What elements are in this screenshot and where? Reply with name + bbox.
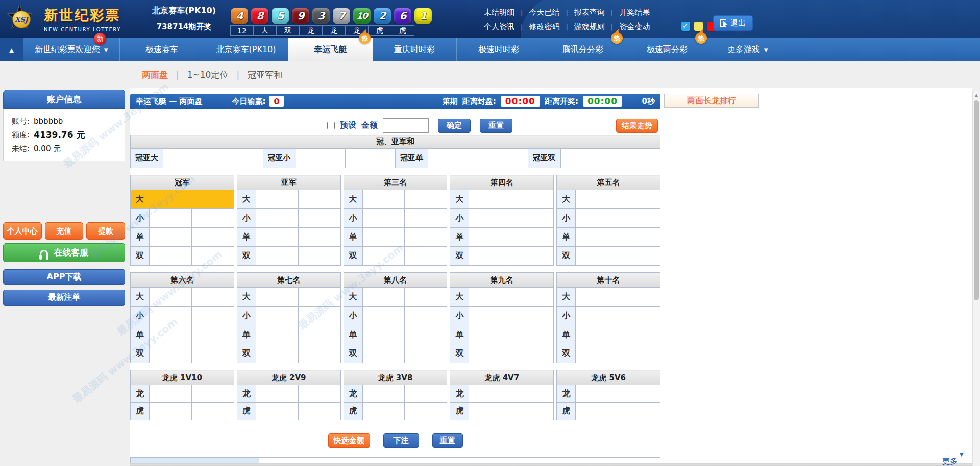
more-link-box[interactable]: ▼ 更多 [942, 452, 958, 465]
bet-amount-cell[interactable] [618, 209, 660, 228]
bet-odds-cell[interactable] [469, 325, 511, 344]
bet-option-label[interactable]: 双 [557, 344, 576, 363]
bet-amount-cell[interactable] [191, 247, 234, 266]
bet-odds-cell[interactable] [256, 344, 298, 363]
sum-odds-cell[interactable] [163, 149, 213, 168]
nav-tab-chongqing-ssc[interactable]: 重庆时时彩 [373, 38, 457, 61]
menu-link-3[interactable]: 报表查询 [568, 8, 611, 17]
app-download-button[interactable]: APP下载 [3, 269, 125, 285]
personal-center-button[interactable]: 个人中心 [3, 222, 42, 240]
withdraw-button[interactable]: 提款 [86, 222, 125, 240]
brand-logo[interactable]: ★ XSJ 新世纪彩票 NEW CENTURY LOTTERY [5, 2, 121, 36]
bet-option-label[interactable]: 虎 [557, 403, 576, 420]
latest-bets-button[interactable]: 最新注单 [3, 290, 125, 306]
bet-amount-cell[interactable] [298, 288, 340, 307]
bet-amount-cell[interactable] [511, 228, 554, 247]
bet-amount-cell[interactable] [298, 209, 340, 228]
menu-link-1[interactable]: 未结明细 [478, 8, 521, 17]
bet-amount-cell[interactable] [405, 209, 447, 228]
bet-option-label[interactable]: 龙 [557, 385, 576, 403]
sum-amount-cell[interactable] [346, 149, 396, 168]
crumb-champion-sum[interactable]: 冠亚军和 [248, 69, 282, 81]
crumb-two-side-board[interactable]: 两面盘 [142, 69, 168, 81]
preset-checkbox[interactable] [327, 122, 335, 129]
bet-amount-cell[interactable] [298, 385, 340, 403]
bet-option-label[interactable]: 单 [237, 325, 256, 344]
nav-tab-tencent-ffc[interactable]: 腾讯分分彩热 [541, 38, 625, 61]
bet-odds-cell[interactable] [576, 403, 618, 420]
vertical-scrollbar[interactable]: ▲ [972, 91, 980, 466]
menu-link-2[interactable]: 修改密码 [523, 22, 566, 32]
bet-amount-cell[interactable] [618, 403, 660, 420]
bet-odds-cell[interactable] [150, 228, 192, 247]
bet-amount-cell[interactable] [191, 385, 234, 403]
nav-tab-speed-2fc[interactable]: 极速两分彩热 [625, 38, 709, 61]
bet-option-label[interactable]: 大 [344, 288, 362, 307]
bet-amount-cell[interactable] [191, 228, 234, 247]
bet-option-label[interactable]: 大 [131, 190, 150, 209]
bet-amount-cell[interactable] [511, 288, 554, 307]
sum-amount-cell[interactable] [610, 149, 660, 168]
bet-odds-cell[interactable] [469, 307, 511, 325]
bet-option-label[interactable]: 双 [450, 344, 469, 363]
bet-amount-cell[interactable] [618, 344, 660, 363]
bet-amount-cell[interactable] [405, 403, 447, 420]
bet-amount-cell[interactable] [405, 190, 447, 209]
bet-amount-cell[interactable] [191, 190, 234, 209]
nav-tab-beijing-pk10[interactable]: 北京赛车(PK10) [204, 38, 288, 61]
bet-option-label[interactable]: 大 [450, 288, 469, 307]
quick-amount-button[interactable]: 快选金额 [328, 433, 370, 448]
bet-amount-cell[interactable] [298, 190, 340, 209]
bet-odds-cell[interactable] [150, 190, 192, 209]
bet-odds-cell[interactable] [256, 190, 298, 209]
logout-button[interactable]: 退出 [713, 15, 753, 31]
bet-odds-cell[interactable] [150, 403, 192, 420]
bet-amount-cell[interactable] [191, 325, 234, 344]
bet-odds-cell[interactable] [362, 403, 405, 420]
bet-odds-cell[interactable] [362, 307, 405, 325]
bet-odds-cell[interactable] [576, 385, 618, 403]
sum-odds-cell[interactable] [428, 149, 478, 168]
bet-odds-cell[interactable] [362, 385, 405, 403]
bet-amount-cell[interactable] [298, 247, 340, 266]
bet-odds-cell[interactable] [256, 385, 298, 403]
sum-odds-cell[interactable] [296, 149, 346, 168]
bet-option-label[interactable]: 双 [557, 247, 576, 266]
menu-link-1[interactable]: 个人资讯 [478, 22, 521, 32]
bet-amount-cell[interactable] [511, 209, 554, 228]
bet-option-label[interactable]: 大 [344, 190, 362, 209]
bet-option-label[interactable]: 单 [237, 228, 256, 247]
bet-odds-cell[interactable] [256, 288, 298, 307]
bet-odds-cell[interactable] [150, 385, 192, 403]
more-link[interactable]: 更多 [942, 457, 958, 465]
sum-odds-cell[interactable] [560, 149, 610, 168]
bet-odds-cell[interactable] [576, 247, 618, 266]
bet-option-label[interactable]: 虎 [237, 403, 256, 420]
bet-odds-cell[interactable] [256, 228, 298, 247]
bet-odds-cell[interactable] [469, 344, 511, 363]
bet-option-label[interactable]: 大 [557, 288, 576, 307]
bet-amount-cell[interactable] [511, 247, 554, 266]
bet-amount-cell[interactable] [298, 325, 340, 344]
bet-option-label[interactable]: 小 [450, 307, 469, 325]
bet-odds-cell[interactable] [362, 247, 405, 266]
confirm-button[interactable]: 确定 [438, 119, 471, 133]
bet-odds-cell[interactable] [576, 344, 618, 363]
bet-odds-cell[interactable] [576, 325, 618, 344]
sum-amount-cell[interactable] [213, 149, 263, 168]
bet-option-label[interactable]: 小 [131, 209, 150, 228]
bet-odds-cell[interactable] [576, 307, 618, 325]
nav-tab-lucky-airship[interactable]: 幸运飞艇热 [288, 38, 373, 61]
bet-amount-cell[interactable] [618, 385, 660, 403]
bet-odds-cell[interactable] [256, 307, 298, 325]
bet-odds-cell[interactable] [362, 344, 405, 363]
bet-option-label[interactable]: 大 [450, 190, 469, 209]
bet-odds-cell[interactable] [576, 190, 618, 209]
bet-option-label[interactable]: 单 [450, 325, 469, 344]
bet-option-label[interactable]: 龙 [450, 385, 469, 403]
bet-option-label[interactable]: 单 [131, 228, 150, 247]
bet-amount-cell[interactable] [191, 288, 234, 307]
menu-link-2[interactable]: 今天已结 [523, 8, 566, 17]
bet-option-label[interactable]: 虎 [131, 403, 150, 420]
bet-option-label[interactable]: 双 [131, 247, 150, 266]
